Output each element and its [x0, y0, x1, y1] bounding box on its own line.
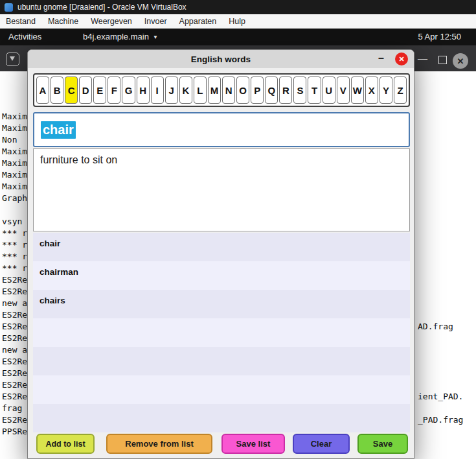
english-words-dialog: English words – ✕ ABCDEFGHIJKLMNOPQRSTUV… [27, 49, 414, 459]
menu-item-bestand[interactable]: Bestand [6, 17, 36, 26]
letter-key-o[interactable]: O [236, 76, 249, 104]
terminal-line: new a [2, 345, 27, 355]
close-icon[interactable]: ✕ [453, 53, 468, 69]
vbox-menubar: BestandMachineWeergevenInvoerApparatenHu… [0, 14, 476, 29]
list-row-empty [33, 375, 410, 404]
terminal-line: ES2Re [2, 357, 27, 366]
list-item[interactable]: chairman [33, 261, 410, 290]
letter-key-q[interactable]: Q [265, 76, 278, 104]
letter-key-r[interactable]: R [279, 76, 292, 104]
alphabet-strip: ABCDEFGHIJKLMNOPQRSTUVWXYZ [33, 73, 410, 107]
terminal-line: ES2Re [2, 380, 27, 390]
terminal-line: ES2Re [2, 310, 27, 320]
letter-key-u[interactable]: U [323, 76, 335, 104]
terminal-line: PPSRe [2, 427, 27, 436]
list-row-empty [33, 318, 410, 347]
word-input[interactable]: chair [33, 112, 410, 147]
word-list[interactable]: chairchairmanchairs [33, 233, 410, 432]
terminal-line: *** r [2, 252, 27, 261]
gnome-topbar: Activities b4j.example.main ▼ 5 Apr 12:5… [0, 29, 476, 45]
terminal-line: ES2Re [2, 368, 27, 378]
letter-key-i[interactable]: I [151, 76, 164, 104]
terminal-line: AD.frag [418, 322, 453, 331]
terminal-line: _PAD.frag [418, 415, 463, 425]
terminal-line: Maxim [2, 170, 27, 180]
virtualbox-titlebar: ubuntu gnome [Draaiend] - Oracle VM Virt… [0, 0, 476, 14]
maximize-icon[interactable] [438, 56, 447, 64]
terminal-line: Non [2, 135, 17, 145]
selected-text: chair [41, 121, 76, 139]
remove-button[interactable]: Remove from list [106, 434, 212, 454]
dialog-button-bar: Add to listRemove from listSave listClea… [28, 434, 415, 454]
clock[interactable]: 5 Apr 12:50 [418, 32, 462, 41]
list-item[interactable]: chairs [33, 290, 410, 318]
chevron-down-icon: ▼ [153, 34, 158, 40]
letter-key-v[interactable]: V [337, 76, 350, 104]
letter-key-s[interactable]: S [293, 76, 306, 104]
letter-key-b[interactable]: B [51, 76, 63, 104]
virtualbox-icon [5, 3, 13, 12]
terminal-line: Maxim [2, 123, 27, 133]
dialog-title: English words [191, 54, 251, 64]
terminal-line: ES2Re [2, 392, 27, 401]
menu-item-apparaten[interactable]: Apparaten [179, 17, 217, 26]
terminal-line: ES2Re [2, 322, 27, 331]
terminal-line: *** r [2, 228, 27, 238]
down-arrow-icon [10, 56, 15, 61]
menu-item-weergeven[interactable]: Weergeven [91, 17, 132, 26]
terminal-line: ES2Re [2, 275, 27, 285]
letter-key-z[interactable]: Z [394, 76, 407, 104]
letter-key-p[interactable]: P [251, 76, 264, 104]
letter-key-k[interactable]: K [179, 76, 192, 104]
list-row-empty [33, 347, 410, 375]
terminal-line: Graph [2, 193, 27, 203]
terminal-line: ient_PAD. [418, 392, 463, 401]
terminal-line: *** r [2, 263, 27, 273]
letter-key-h[interactable]: H [137, 76, 150, 104]
focused-app-menu[interactable]: b4j.example.main ▼ [83, 32, 158, 41]
terminal-line: vsyn [2, 217, 22, 226]
add-button[interactable]: Add to list [36, 434, 95, 454]
letter-key-a[interactable]: A [36, 76, 49, 104]
clear-button[interactable]: Clear [293, 434, 350, 454]
terminal-line: ES2Re [2, 287, 27, 296]
header-app-icon[interactable] [6, 53, 19, 66]
dialog-close-icon[interactable]: ✕ [395, 53, 408, 65]
list-item[interactable]: chair [33, 233, 410, 261]
menu-item-machine[interactable]: Machine [48, 17, 78, 26]
letter-key-g[interactable]: G [122, 76, 135, 104]
menu-item-invoer[interactable]: Invoer [144, 17, 167, 26]
letter-key-x[interactable]: X [365, 76, 378, 104]
letter-key-d[interactable]: D [79, 76, 92, 104]
save-button[interactable]: Save [357, 434, 408, 454]
activities-button[interactable]: Activities [8, 32, 41, 41]
terminal-line: Maxim [2, 182, 27, 191]
letter-key-c[interactable]: C [65, 76, 78, 104]
letter-key-m[interactable]: M [208, 76, 221, 104]
letter-key-n[interactable]: N [222, 76, 235, 104]
terminal-line: Maxim [2, 158, 27, 168]
terminal-line: Maxim [2, 147, 27, 156]
letter-key-y[interactable]: Y [380, 76, 392, 104]
terminal-line: *** r [2, 240, 27, 250]
save-list-button[interactable]: Save list [221, 434, 285, 454]
letter-key-f[interactable]: F [108, 76, 120, 104]
terminal-line: ES2Re [2, 415, 27, 425]
terminal-line: Maxim [2, 112, 27, 121]
dialog-minimize-icon[interactable]: – [378, 53, 384, 64]
letter-key-t[interactable]: T [308, 76, 321, 104]
minimize-icon[interactable]: — [418, 53, 427, 64]
virtualbox-title: ubuntu gnome [Draaiend] - Oracle VM Virt… [17, 3, 187, 12]
dialog-titlebar[interactable]: English words – ✕ [28, 50, 414, 68]
definition-textarea[interactable]: furniture to sit on [33, 148, 410, 231]
terminal-line: ES2Re [2, 333, 27, 343]
focused-app-label: b4j.example.main [83, 32, 149, 41]
terminal-line: new a [2, 298, 27, 308]
letter-key-e[interactable]: E [93, 76, 106, 104]
letter-key-j[interactable]: J [165, 76, 178, 104]
terminal-line: frag [2, 403, 22, 413]
list-row-empty [33, 404, 410, 432]
letter-key-l[interactable]: L [194, 76, 207, 104]
menu-item-hulp[interactable]: Hulp [229, 17, 245, 26]
letter-key-w[interactable]: W [351, 76, 364, 104]
